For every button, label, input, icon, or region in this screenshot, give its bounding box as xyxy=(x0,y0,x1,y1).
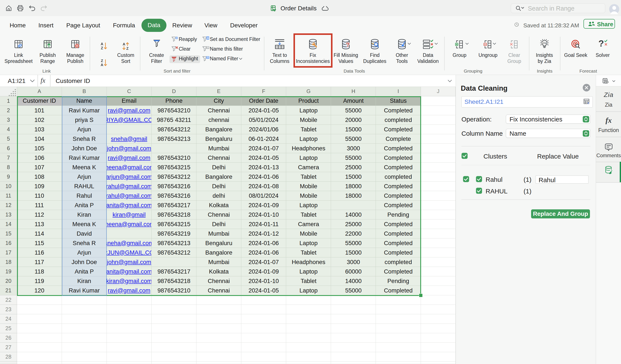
svg-text:abc: abc xyxy=(207,47,209,48)
svg-text:Z: Z xyxy=(101,46,103,50)
svg-text:abc: abc xyxy=(207,57,209,58)
svg-text:?: ? xyxy=(346,41,350,48)
svg-text:Z: Z xyxy=(126,47,129,50)
svg-text:A: A xyxy=(123,42,125,46)
svg-text:A: A xyxy=(101,42,103,46)
svg-text:?: ? xyxy=(599,39,604,48)
svg-text:Zia: Zia xyxy=(543,42,546,45)
